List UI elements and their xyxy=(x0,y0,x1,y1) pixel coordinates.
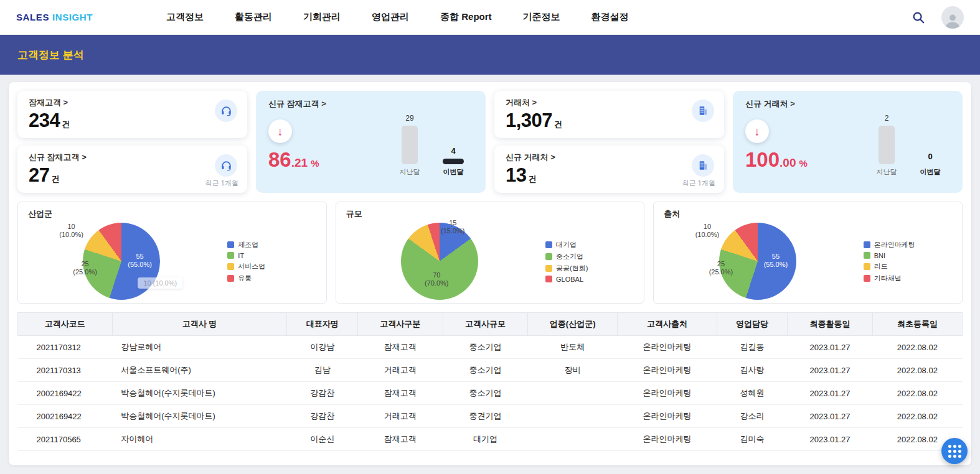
legend-label: 대기업 xyxy=(556,240,577,249)
arrow-down-icon: ↓ xyxy=(268,119,292,143)
legend-item[interactable]: 서비스업 xyxy=(227,262,297,271)
legend-item[interactable]: 공공(협회) xyxy=(545,264,615,273)
mini-bar-chart: 2 지난달 0 이번달 xyxy=(873,98,950,185)
nav-item-settings[interactable]: 환경설정 xyxy=(591,11,629,23)
column-header: 고객사코드 xyxy=(18,313,113,336)
legend-label: 중소기업 xyxy=(556,252,583,261)
legend-item[interactable]: 리드 xyxy=(864,262,933,271)
table-cell: 2021170312 xyxy=(18,336,113,359)
table-row[interactable]: 2002169422박승철헤어(수지롯데마트)강감찬거래고객중견기업온라인마케팅… xyxy=(18,405,963,428)
chart-title: 산업군 xyxy=(28,208,316,220)
kpi-unit: 건 xyxy=(51,174,59,185)
kpi-card-potential-customers[interactable]: 잠재고객 > 234 건 xyxy=(17,91,247,138)
pie-chart-wrap: 15 (15.0%) 70 (70.0%) xyxy=(365,220,508,302)
table-cell: 2023.01.27 xyxy=(788,405,873,428)
customer-table: 고객사코드 고객사 명 대표자명 고객사구분 고객사규모 업종(산업군) 고객사… xyxy=(17,312,963,451)
legend-swatch xyxy=(227,252,234,259)
kpi-title: 신규 잠재고객 > xyxy=(29,152,236,163)
app-launcher-button[interactable] xyxy=(941,438,968,464)
table-cell: 이강남 xyxy=(287,336,358,359)
logo-text-primary: SALES xyxy=(16,12,49,22)
table-cell: 강감찬 xyxy=(287,405,358,428)
slice-percent: (15.0%) xyxy=(441,227,465,235)
customer-table-head: 고객사코드 고객사 명 대표자명 고객사구분 고객사규모 업종(산업군) 고객사… xyxy=(18,313,963,336)
bar-label: 이번달 xyxy=(443,167,464,177)
table-cell: 반도체 xyxy=(528,336,618,359)
legend-source: 온라인마케팅BNI리드기타채널 xyxy=(864,240,933,283)
nav-item-opportunity-mgmt[interactable]: 기회관리 xyxy=(303,11,341,23)
nav-item-customer-info[interactable]: 고객정보 xyxy=(166,11,204,23)
table-cell: 2023.01.27 xyxy=(788,359,873,382)
chart-row: 산업군 55 (55.0%) 25 (25.0%) 10 (10.0%) xyxy=(17,202,963,304)
nav-item-activity-mgmt[interactable]: 활동관리 xyxy=(235,11,272,23)
arrow-glyph: ↓ xyxy=(277,126,283,137)
legend-swatch xyxy=(545,241,552,248)
kpi-value: 1,307 xyxy=(506,109,552,132)
table-row[interactable]: 2021170565자이헤어이순신잠재고객대기업온라인마케팅김미숙2023.01… xyxy=(18,428,963,451)
legend-label: 온라인마케팅 xyxy=(874,240,915,249)
legend-item[interactable]: 대기업 xyxy=(545,240,615,249)
legend-item[interactable]: BNI xyxy=(864,252,933,259)
page-banner: 고객정보 분석 xyxy=(0,35,980,75)
legend-swatch xyxy=(545,253,552,260)
legend-item[interactable]: 기타채널 xyxy=(864,274,933,283)
column-header: 최종활동일 xyxy=(788,313,873,336)
table-cell: 2023.01.27 xyxy=(788,428,873,451)
legend-swatch xyxy=(545,265,552,272)
slice-value: 55 xyxy=(128,253,152,261)
slice-percent: (55.0%) xyxy=(764,261,788,269)
table-cell: 대기업 xyxy=(443,428,528,451)
grid-icon xyxy=(948,445,961,458)
legend-swatch xyxy=(864,241,870,248)
table-cell: 2022.08.02 xyxy=(872,382,962,405)
table-row[interactable]: 2002169422박승철헤어(수지롯데마트)강감찬잠재고객중소기업온라인마케팅… xyxy=(18,382,963,405)
column-header: 대표자명 xyxy=(287,313,358,336)
slice-percent: (10.0%) xyxy=(59,231,83,239)
kpi-title: 신규 거래처 > xyxy=(506,152,713,163)
column-header: 고객사 명 xyxy=(112,313,287,336)
kpi-card-accounts[interactable]: 거래처 > 1,307 건 xyxy=(494,91,724,138)
legend-item[interactable]: IT xyxy=(227,252,297,259)
app-logo[interactable]: SALES INSIGHT xyxy=(16,12,93,22)
table-cell: 강감찬 xyxy=(287,382,358,405)
kpi-card-new-accounts-rate[interactable]: 신규 거래처 > ↓ 100 .00 % 2 지난달 0 xyxy=(733,91,963,193)
chart-card-size: 규모 15 (15.0%) 70 (70.0%) 대기업중소기업공공(협회)GL… xyxy=(336,202,645,304)
table-row[interactable]: 2021170312강남로헤어이강남잠재고객중소기업반도체온라인마케팅김길동20… xyxy=(18,336,963,359)
legend-item[interactable]: 유통 xyxy=(227,274,297,283)
legend-industry: 제조업IT서비스업유통 xyxy=(227,240,297,283)
table-cell: 2022.08.02 xyxy=(872,336,962,359)
nav-item-master-data[interactable]: 기준정보 xyxy=(523,11,560,23)
kpi-card-new-potential-customers[interactable]: 신규 잠재고객 > 27 건 최근 1개월 xyxy=(17,146,247,193)
legend-swatch xyxy=(864,252,870,259)
bar-value: 29 xyxy=(405,114,413,123)
column-header: 고객사구분 xyxy=(358,313,443,336)
table-cell: 중견기업 xyxy=(443,405,528,428)
legend-item[interactable]: 중소기업 xyxy=(545,252,615,261)
table-row[interactable]: 2021170313서울소프트웨어(주)김남거래고객중소기업장비온라인마케팅김사… xyxy=(18,359,963,382)
slice-percent: (25.0%) xyxy=(709,268,733,276)
column-header: 업종(산업군) xyxy=(528,313,618,336)
search-icon[interactable] xyxy=(910,9,926,26)
user-avatar[interactable] xyxy=(941,6,964,29)
kpi-row: 잠재고객 > 234 건 신규 잠재고객 > 27 건 최근 1개월 xyxy=(17,91,963,193)
kpi-card-new-accounts[interactable]: 신규 거래처 > 13 건 최근 1개월 xyxy=(494,146,724,193)
pie-slice-label: 25 (25.0%) xyxy=(73,260,97,276)
legend-item[interactable]: GLOBAL xyxy=(545,276,615,283)
legend-item[interactable]: 제조업 xyxy=(227,240,297,249)
legend-item[interactable]: 온라인마케팅 xyxy=(864,240,933,249)
pie-chart-size[interactable] xyxy=(401,223,478,300)
slice-value: 15 xyxy=(441,219,465,227)
nav-item-report[interactable]: 종합 Report xyxy=(440,11,492,23)
kpi-value: 27 xyxy=(29,164,49,187)
arrow-down-icon: ↓ xyxy=(745,119,769,143)
top-bar: SALES INSIGHT 고객정보 활동관리 기회관리 영업관리 종합 Rep… xyxy=(0,0,980,35)
slice-value: 25 xyxy=(73,260,97,268)
table-cell: 김사랑 xyxy=(717,359,788,382)
nav-item-sales-mgmt[interactable]: 영업관리 xyxy=(372,11,409,23)
table-cell: 거래고객 xyxy=(358,405,443,428)
kpi-card-new-potential-rate[interactable]: 신규 잠재고객 > ↓ 86 .21 % 29 지난달 4 xyxy=(256,91,486,193)
bar-column-last-month: 29 지난달 xyxy=(396,114,423,177)
kpi-value: 234 xyxy=(29,109,60,132)
table-cell: 박승철헤어(수지롯데마트) xyxy=(112,382,287,405)
table-cell: 중소기업 xyxy=(443,382,528,405)
